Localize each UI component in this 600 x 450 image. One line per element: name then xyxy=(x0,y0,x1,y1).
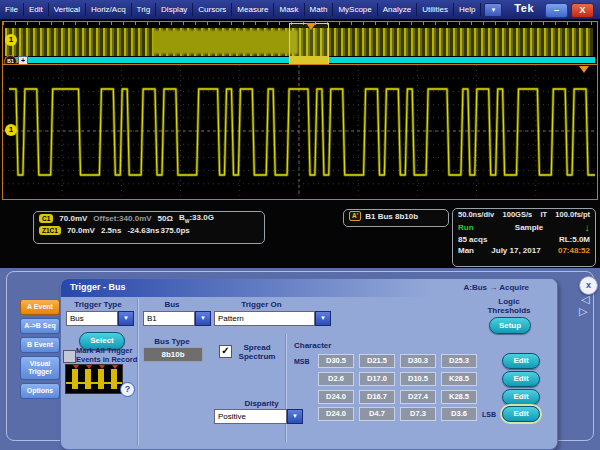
menu-item-display[interactable]: Display xyxy=(156,3,193,16)
date: July 17, 2017 xyxy=(491,246,540,255)
tab-a-event[interactable]: A Event xyxy=(20,299,60,315)
mark-all-label: Mark All Trigger Events in Record xyxy=(76,347,138,364)
menu-item-utilities[interactable]: Utilities xyxy=(417,3,454,16)
record-length: RL:5.0M xyxy=(559,235,590,244)
character-value[interactable]: D24.0 xyxy=(318,407,354,421)
zoom-window[interactable]: 1 B1 + 31.5D30.3-D25.3+D2.6+D17.0-D10.5K… xyxy=(2,64,598,200)
character-value[interactable]: D3.6 xyxy=(441,407,477,421)
character-value[interactable]: D24.0 xyxy=(318,390,354,404)
c1-scale: 70.0mV xyxy=(59,214,87,223)
z1c1-badge[interactable]: Z1C1 xyxy=(39,226,61,235)
character-row: MSBD30.5D21.5D30.3D25.3Edit xyxy=(294,353,540,369)
thumb-trigger-mark-icon xyxy=(73,365,79,369)
character-value[interactable]: K28.5 xyxy=(441,390,477,404)
tab-options[interactable]: Options xyxy=(20,383,60,399)
c1-badge[interactable]: C1 xyxy=(39,214,53,223)
graticule xyxy=(3,65,595,197)
panel-next-icon[interactable]: ▷ xyxy=(579,306,587,317)
minimize-button[interactable]: – xyxy=(545,3,568,18)
menu-item-cursors[interactable]: Cursors xyxy=(193,3,232,16)
character-value[interactable]: D27.4 xyxy=(400,390,436,404)
edit-button[interactable]: Edit xyxy=(502,353,540,369)
trigger-source-label: B1 Bus 8b10b xyxy=(365,212,418,221)
trigger-type-dropdown-icon[interactable]: ▼ xyxy=(118,311,134,326)
mark-all-checkbox[interactable] xyxy=(63,350,76,363)
trigger-events-thumbnail xyxy=(65,364,123,394)
character-value[interactable]: D25.3 xyxy=(441,354,477,368)
trigger-position-icon[interactable] xyxy=(306,23,316,30)
spread-spectrum-checkbox[interactable]: ✓ xyxy=(219,345,232,358)
character-value[interactable]: K28.5 xyxy=(441,372,477,386)
character-value[interactable]: D17.0 xyxy=(359,372,395,386)
close-button[interactable]: X xyxy=(571,3,594,18)
character-value[interactable]: D30.3 xyxy=(400,354,436,368)
character-value[interactable]: D4.7 xyxy=(359,407,395,421)
thumb-pulse xyxy=(72,369,78,389)
panel-prev-icon[interactable]: ◁ xyxy=(581,294,589,305)
menu-item-trig[interactable]: Trig xyxy=(132,3,156,16)
overview-window[interactable]: 1 B1 + xyxy=(2,21,598,66)
menu-item-measure[interactable]: Measure xyxy=(232,3,274,16)
menu-item-help[interactable]: Help xyxy=(454,3,481,16)
character-value[interactable]: D7.3 xyxy=(400,407,436,421)
setup-button[interactable]: Setup xyxy=(489,317,531,334)
dialog-titlebar[interactable]: Trigger - Bus A:Bus → Acquire xyxy=(61,279,557,297)
zoom-position: -24.63ns xyxy=(127,226,159,235)
trigger-on-dropdown-icon[interactable]: ▼ xyxy=(315,311,331,326)
menu-item-vertical[interactable]: Vertical xyxy=(49,3,86,16)
thumb-pulse xyxy=(111,369,117,389)
disparity-select[interactable]: Positive ▼ xyxy=(214,409,303,424)
menu-more-button[interactable]: ▼ xyxy=(484,3,502,17)
logic-thresholds-label: Logic Thresholds xyxy=(479,297,539,315)
character-value[interactable]: D21.5 xyxy=(359,354,395,368)
tab-a--b-seq[interactable]: A->B Seq xyxy=(20,318,60,334)
bus-select[interactable]: B1 ▼ xyxy=(143,311,211,326)
tab-visual-trigger[interactable]: Visual Trigger xyxy=(20,356,60,380)
divider-left xyxy=(137,299,139,445)
thumb-trigger-mark-icon xyxy=(112,365,118,369)
oscilloscope-screen: FileEditVerticalHoriz/AcqTrigDisplayCurs… xyxy=(0,0,600,450)
character-value[interactable]: D10.5 xyxy=(400,372,436,386)
trigger-on-label: Trigger On xyxy=(214,300,309,309)
trigger-on-select[interactable]: Pattern ▼ xyxy=(214,311,331,326)
acq-rate: 100GS/s xyxy=(503,210,533,219)
menu-item-horizacq[interactable]: Horiz/Acq xyxy=(86,3,132,16)
bus-type-value: 8b10b xyxy=(143,347,203,362)
c1-bandwidth: BW:33.0G xyxy=(179,213,214,224)
character-row: D24.0D16.7D27.4K28.5Edit xyxy=(294,389,540,405)
channel1-marker-main[interactable]: 1 xyxy=(5,124,17,136)
zoom-timebase: 2.5ns xyxy=(101,226,121,235)
channel1-waveform xyxy=(9,89,595,175)
channel1-marker[interactable]: 1 xyxy=(5,34,17,46)
trigger-type-label: Trigger Type xyxy=(61,300,135,309)
character-row: D2.6D17.0D10.5K28.5Edit xyxy=(294,371,540,387)
trigger-type-select[interactable]: Bus ▼ xyxy=(66,311,134,326)
tab-b-event[interactable]: B Event xyxy=(20,337,60,353)
menu-item-math[interactable]: Math xyxy=(305,3,334,16)
menu-item-analyze[interactable]: Analyze xyxy=(378,3,417,16)
zoom-resolution: 375.0ps xyxy=(160,226,189,235)
context-path: A:Bus → Acquire xyxy=(464,283,530,292)
acq-timebase: 50.0ns/div xyxy=(458,210,494,219)
acq-flag: IT xyxy=(540,210,547,219)
menu-item-edit[interactable]: Edit xyxy=(24,3,49,16)
overview-waveform-dense xyxy=(153,30,298,54)
menu-item-myscope[interactable]: MyScope xyxy=(333,3,377,16)
bus-dropdown-icon[interactable]: ▼ xyxy=(195,311,211,326)
menu-item-mask[interactable]: Mask xyxy=(274,3,304,16)
thumb-pulse xyxy=(98,369,104,389)
character-value[interactable]: D2.6 xyxy=(318,372,354,386)
acq-state: Run xyxy=(458,223,474,232)
channel1-waveform xyxy=(9,89,595,175)
trigger-on-value: Pattern xyxy=(214,311,315,326)
menu-item-file[interactable]: File xyxy=(0,3,24,16)
help-icon[interactable]: ? xyxy=(120,382,135,397)
edit-button[interactable]: Edit xyxy=(502,406,540,422)
edit-button[interactable]: Edit xyxy=(502,371,540,387)
edit-button[interactable]: Edit xyxy=(502,389,540,405)
trigger-bus-dialog: Trigger - Bus A:Bus → Acquire Trigger Ty… xyxy=(60,278,558,450)
acq-count: 85 acqs xyxy=(458,235,487,244)
character-value[interactable]: D30.5 xyxy=(318,354,354,368)
zoom-scale: 70.0mV xyxy=(67,226,95,235)
character-value[interactable]: D16.7 xyxy=(359,390,395,404)
